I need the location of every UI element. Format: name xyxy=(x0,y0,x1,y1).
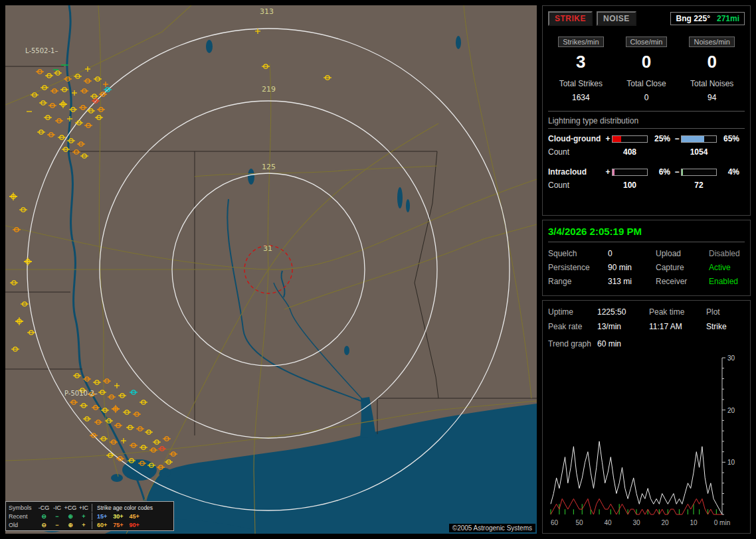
age-code-30: 30+ xyxy=(113,512,123,520)
trend-graph: 1020306050403020100 min xyxy=(548,354,746,528)
ic-plus-recent-icon: + xyxy=(78,512,90,520)
plus-sign: + xyxy=(604,134,612,143)
peak-rate-label: Peak rate xyxy=(548,322,597,331)
lightning-map[interactable]: 31321912531L-5502-1–P-5010-2– Symbols -C… xyxy=(5,5,537,534)
age-code-90: 90+ xyxy=(130,521,140,529)
svg-text:50: 50 xyxy=(575,519,583,526)
nexstorm-window: 31321912531L-5502-1–P-5010-2– Symbols -C… xyxy=(0,0,756,539)
svg-text:P-5010-2–: P-5010-2– xyxy=(64,390,98,397)
cg-minus-old-icon: ⊖ xyxy=(37,521,51,529)
divider xyxy=(548,111,745,112)
map-legend: Symbols -CG -IC +CG +IC Strike age color… xyxy=(5,501,174,531)
age-code-45: 45+ xyxy=(130,512,140,520)
legend-old-label: Old xyxy=(9,521,37,529)
legend-symbols-header: Symbols xyxy=(9,504,37,512)
strike-button[interactable]: STRIKE xyxy=(548,11,593,26)
range-value: 313 mi xyxy=(608,277,656,286)
cloud-ground-label: Cloud-ground xyxy=(548,134,604,143)
cg-minus-bar xyxy=(681,135,717,143)
ic-minus-old-icon: − xyxy=(51,521,63,529)
range-label: Range xyxy=(548,277,608,286)
cg-plus-recent-icon: ⊕ xyxy=(63,512,78,520)
svg-text:31: 31 xyxy=(263,244,272,253)
ic-plus-percent: 6% xyxy=(648,167,673,177)
intracloud-count-row: Count 100 72 xyxy=(548,181,745,190)
capture-status: Active xyxy=(709,263,745,272)
svg-text:40: 40 xyxy=(604,519,612,526)
datetime-display: 3/4/2026 2:05:19 PM xyxy=(548,226,745,242)
trend-window-value: 60 min xyxy=(597,339,745,348)
mode-toolbar: STRIKE NOISE Bng 225° 271mi xyxy=(548,11,745,26)
total-close-value: 0 xyxy=(614,93,680,102)
legend-col-ic-minus: -IC xyxy=(51,504,63,512)
map-canvas[interactable]: 31321912531L-5502-1–P-5010-2– xyxy=(5,5,537,534)
trend-graph-row: Trend graph 60 min xyxy=(548,339,745,348)
ic-plus-bar xyxy=(612,169,648,176)
legend-recent-label: Recent xyxy=(9,512,37,520)
svg-text:20: 20 xyxy=(727,407,735,414)
svg-text:30: 30 xyxy=(632,519,640,526)
upload-label: Upload xyxy=(656,249,709,258)
trend-graph-label: Trend graph xyxy=(548,339,597,348)
upload-status: Disabled xyxy=(709,249,745,258)
cg-minus-percent: 65% xyxy=(717,134,742,143)
squelch-value: 0 xyxy=(608,249,656,258)
bearing-distance: 271mi xyxy=(717,14,739,23)
receiver-status: Enabled xyxy=(709,277,745,286)
ic-minus-count: 72 xyxy=(681,181,717,190)
cg-plus-percent: 25% xyxy=(648,134,673,143)
svg-text:L-5502-1–: L-5502-1– xyxy=(25,47,58,54)
svg-text:219: 219 xyxy=(262,85,276,94)
status-panel: STRIKE NOISE Bng 225° 271mi Strikes/min … xyxy=(542,5,751,534)
info-grid: Uptime 1225:50 Peak time Plot Peak rate … xyxy=(548,307,745,331)
peak-time-value: 11:17 AM xyxy=(649,322,706,331)
noise-button[interactable]: NOISE xyxy=(597,11,636,26)
legend-col-ic-plus: +IC xyxy=(78,504,90,512)
minus-sign: − xyxy=(673,167,681,177)
svg-text:10: 10 xyxy=(690,519,698,526)
svg-text:20: 20 xyxy=(661,519,669,526)
cg-plus-old-icon: ⊕ xyxy=(63,521,78,529)
svg-text:30: 30 xyxy=(727,354,735,362)
distribution-title: Lightning type distribution xyxy=(548,116,745,129)
capture-label: Capture xyxy=(656,263,709,272)
legend-col-cg-plus: +CG xyxy=(63,504,78,512)
persistence-value: 90 min xyxy=(608,263,656,272)
cg-minus-count: 1054 xyxy=(681,147,717,157)
rate-stats: Strikes/min 3 Total Strikes 1634 Close/m… xyxy=(548,35,745,102)
cloud-ground-row: Cloud-ground + 25% − 65% xyxy=(548,134,745,143)
total-strikes-value: 1634 xyxy=(548,93,614,102)
bearing-display: Bng 225° 271mi xyxy=(670,12,745,25)
ic-plus-old-icon: + xyxy=(78,521,90,529)
peak-rate-value: 13/min xyxy=(597,322,649,331)
total-noises-label: Total Noises xyxy=(679,79,745,88)
cg-plus-count: 408 xyxy=(612,147,648,157)
plot-label: Plot xyxy=(706,307,745,317)
copyright-text: ©2005 Astrogenic Systems xyxy=(449,524,535,532)
noises-per-min-value: 0 xyxy=(679,52,745,72)
age-code-60: 60+ xyxy=(97,521,107,529)
cloud-ground-count-row: Count 408 1054 xyxy=(548,147,745,157)
total-strikes-label: Total Strikes xyxy=(548,79,614,88)
intracloud-row: Intracloud + 6% − 4% xyxy=(548,167,745,177)
total-close-label: Total Close xyxy=(614,79,680,88)
svg-text:10: 10 xyxy=(727,459,735,466)
cg-plus-bar xyxy=(612,135,648,143)
noises-per-min-label: Noises/min xyxy=(689,37,734,47)
settings-section: 3/4/2026 2:05:19 PM Squelch 0 Upload Dis… xyxy=(542,220,751,296)
svg-text:313: 313 xyxy=(260,7,274,16)
squelch-label: Squelch xyxy=(548,249,608,258)
cg-minus-recent-icon: ⊖ xyxy=(37,512,51,520)
ic-minus-recent-icon: − xyxy=(51,512,63,520)
strikes-per-min-value: 3 xyxy=(548,52,614,72)
uptime-value: 1225:50 xyxy=(597,307,649,317)
cg-count-label: Count xyxy=(548,147,604,157)
age-code-15: 15+ xyxy=(97,512,107,520)
settings-grid: Squelch 0 Upload Disabled Persistence 90… xyxy=(548,249,745,286)
legend-age-header: Strike age color codes xyxy=(92,504,171,512)
total-noises-value: 94 xyxy=(679,93,745,102)
svg-text:60: 60 xyxy=(551,519,559,526)
ic-minus-bar xyxy=(681,169,717,176)
ic-plus-count: 100 xyxy=(612,181,648,190)
close-per-min-value: 0 xyxy=(614,52,680,72)
